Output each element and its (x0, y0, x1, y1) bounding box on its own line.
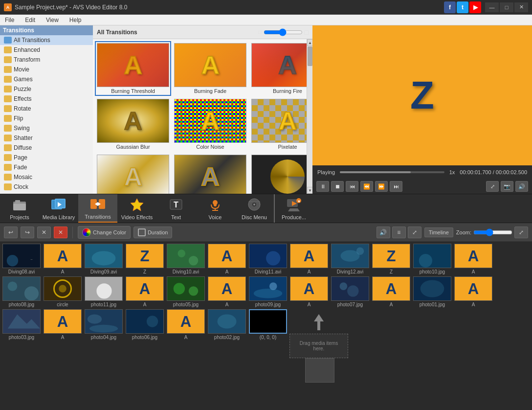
list-item[interactable]: Diving09.avi (84, 244, 123, 274)
list-item[interactable]: photo11.jpg (84, 276, 123, 307)
list-item[interactable]: A A (125, 276, 164, 307)
sidebar-item-flip[interactable]: Flip (0, 114, 93, 123)
tool-produce[interactable]: Produce... (274, 194, 313, 223)
list-item[interactable]: A A (207, 276, 246, 307)
list-item[interactable]: photo04.jpg (84, 309, 123, 383)
transition-twirl-clockwise[interactable]: Twirl Clockwise (249, 153, 307, 194)
list-item[interactable]: A A (454, 244, 493, 274)
forward-button[interactable]: ⏩ (375, 181, 388, 192)
transition-burning-threshold[interactable]: A Burning Threshold (95, 41, 171, 96)
change-color-button[interactable]: Change Color (78, 226, 131, 239)
sidebar-item-games[interactable]: Games (0, 74, 93, 84)
list-item[interactable]: photo09.jpg (248, 276, 288, 307)
sidebar-item-clock[interactable]: Clock (0, 182, 93, 192)
transition-pixelate[interactable]: A Pixelate (249, 97, 307, 152)
transition-burning-fade[interactable]: A Burning Fade (172, 41, 248, 96)
tool-voice[interactable]: Voice (196, 194, 235, 223)
drop-zone[interactable]: Drag media items here. (289, 334, 348, 358)
timeline-button[interactable]: Timeline (424, 228, 453, 237)
list-item[interactable]: photo02.jpg (207, 309, 246, 383)
prev-button[interactable]: ⏮ (346, 181, 358, 192)
list-item[interactable]: (0, 0, 0) (248, 309, 288, 383)
maximize-button[interactable]: □ (500, 2, 513, 12)
minimize-button[interactable]: — (485, 2, 499, 12)
sidebar-item-diffuse[interactable]: Diffuse (0, 143, 93, 153)
sidebar-item-transform[interactable]: Transform (0, 55, 93, 65)
redo-button[interactable]: ↪ (21, 227, 34, 238)
sidebar-item-all-transitions[interactable]: All Transitions (0, 35, 93, 45)
menu-edit[interactable]: Edit (22, 16, 38, 24)
list-item[interactable]: Diving10.avi (166, 244, 205, 274)
undo-button[interactable]: ↩ (4, 227, 18, 238)
transition-gaussian-blur[interactable]: A Gaussian Blur (95, 97, 171, 152)
youtube-icon[interactable]: ▶ (469, 1, 481, 13)
sidebar-item-enhanced[interactable]: Enhanced (0, 45, 93, 55)
tool-video-effects[interactable]: Video Effects (117, 194, 156, 223)
list-item[interactable]: circle (43, 276, 82, 307)
list-item[interactable]: photo10.jpg (413, 244, 452, 274)
list-item[interactable]: ~ Diving08.avi (2, 244, 41, 274)
menu-help[interactable]: Help (66, 16, 85, 24)
scroll-up-arrow[interactable]: ▲ (307, 39, 312, 46)
delete-button-2[interactable]: ✕ (54, 227, 67, 238)
list-item[interactable]: A A (289, 244, 329, 274)
thumbnail-size-slider[interactable] (264, 28, 303, 36)
tool-projects[interactable]: Projects (0, 194, 39, 223)
close-button[interactable]: ✕ (514, 2, 528, 12)
list-item[interactable]: Diving11.avi (248, 244, 288, 274)
pause-button[interactable]: ⏸ (316, 181, 329, 192)
volume-button[interactable]: 🔊 (515, 181, 528, 192)
transition-flash-light[interactable]: A Flash Light (95, 153, 171, 194)
view-toggle-button[interactable]: ≡ (392, 227, 406, 238)
transition-scrollbar[interactable]: ▲ ▼ (307, 39, 312, 194)
menu-file[interactable]: File (2, 16, 17, 24)
menu-view[interactable]: View (43, 16, 62, 24)
list-item[interactable]: photo01.jpg (413, 276, 452, 307)
list-item[interactable]: photo06.jpg (125, 309, 164, 383)
list-item[interactable]: A A (166, 309, 205, 383)
next-button[interactable]: ⏭ (390, 181, 402, 192)
transition-burning-fire[interactable]: A Burning Fire (249, 41, 307, 96)
list-item[interactable]: A A (43, 244, 82, 274)
facebook-icon[interactable]: f (444, 1, 456, 13)
delete-button-1[interactable]: ✕ (37, 227, 51, 238)
tool-media-library[interactable]: Media Library (39, 194, 78, 223)
zoom-expand-button[interactable]: ⤢ (514, 227, 528, 238)
sidebar-item-swing[interactable]: Swing (0, 123, 93, 133)
transition-flash-dark[interactable]: A Flash Dark (172, 153, 248, 194)
list-item[interactable]: Z Z (372, 244, 411, 274)
fullscreen-button[interactable]: ⤢ (486, 181, 499, 192)
stop-button[interactable]: ⏹ (331, 181, 344, 192)
sidebar-item-effects[interactable]: Effects (0, 94, 93, 104)
sidebar-item-rotate[interactable]: Rotate (0, 104, 93, 114)
list-item[interactable]: Z Z (125, 244, 164, 274)
audio-settings-button[interactable]: 🔊 (377, 227, 390, 238)
sidebar-item-mosaic[interactable]: Mosaic (0, 172, 93, 182)
sidebar-item-page[interactable]: Page (0, 153, 93, 162)
expand-button[interactable]: ⤢ (408, 227, 421, 238)
list-item[interactable]: photo07.jpg (331, 276, 370, 307)
list-item[interactable]: photo03.jpg (2, 309, 41, 383)
sidebar-item-fade[interactable]: Fade (0, 162, 93, 172)
sidebar-item-puzzle[interactable]: Puzzle (0, 84, 93, 94)
sidebar-item-shatter[interactable]: Shatter (0, 133, 93, 143)
rewind-button[interactable]: ⏪ (360, 181, 373, 192)
twitter-icon[interactable]: t (457, 1, 468, 13)
list-item[interactable]: photo08.jpg (2, 276, 41, 307)
transition-color-noise[interactable]: A Color Noise (172, 97, 248, 152)
tool-disc-menu[interactable]: Disc Menu (235, 194, 274, 223)
zoom-slider[interactable] (473, 228, 512, 236)
tool-text[interactable]: T Text (156, 194, 196, 223)
list-item[interactable]: Diving12.avi (331, 244, 370, 274)
list-item[interactable]: A A (289, 276, 329, 307)
list-item[interactable]: photo05.jpg (166, 276, 205, 307)
sidebar-item-movie[interactable]: Movie (0, 65, 93, 74)
duration-button[interactable]: Duration (133, 227, 173, 238)
snapshot-button[interactable]: 📷 (501, 181, 513, 192)
scrollbar-thumb[interactable] (308, 46, 312, 66)
list-item[interactable]: A A (372, 276, 411, 307)
tool-transitions[interactable]: Transitions (78, 194, 117, 223)
list-item[interactable]: A A (207, 244, 246, 274)
scroll-down-arrow[interactable]: ▼ (307, 187, 312, 194)
list-item[interactable]: A A (43, 309, 82, 383)
